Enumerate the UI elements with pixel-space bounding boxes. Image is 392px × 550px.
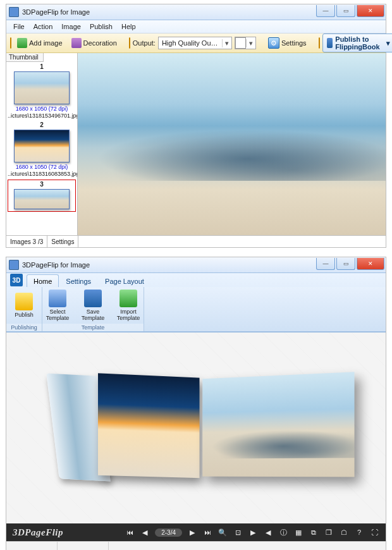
coin-icon xyxy=(319,37,320,49)
thumb-meta: 1680 x 1050 (72 dpi) xyxy=(8,164,76,171)
thumbnail-list[interactable]: 1 1680 x 1050 (72 dpi) ..ictures\1318153… xyxy=(6,62,77,235)
stage[interactable] xyxy=(6,333,386,523)
app-icon xyxy=(9,7,19,17)
button-label: Select Template xyxy=(42,309,73,321)
coin-icon xyxy=(129,37,130,49)
menubar: File Action Image Publish Help xyxy=(6,20,386,34)
sound-icon[interactable]: ◀ xyxy=(263,527,273,537)
titlebar: 3DPageFlip for Image — ▭ ✕ xyxy=(6,257,386,273)
button-label: Import Template xyxy=(113,309,144,321)
import-icon xyxy=(119,290,137,307)
last-page-icon[interactable]: ⏭ xyxy=(202,527,212,537)
decoration-button[interactable]: Decoration xyxy=(68,36,120,50)
bottom-tab[interactable] xyxy=(58,542,109,550)
status-images: Images 3 /3 xyxy=(6,236,47,247)
sidebar: Thumbnail 1 1680 x 1050 (72 dpi) ..ictur… xyxy=(6,53,78,235)
chevron-down-icon: ▾ xyxy=(386,39,390,47)
thumb-number: 2 xyxy=(8,121,76,128)
window-title: 3DPageFlip for Image xyxy=(22,8,90,16)
window-viewer: 3DPageFlip for Image — ▭ ✕ 3D Home Setti… xyxy=(6,257,386,550)
screenshot-icon[interactable]: ⧉ xyxy=(309,527,319,537)
output-label: Output: xyxy=(133,39,156,47)
thumb-image xyxy=(14,71,70,104)
save-icon xyxy=(84,290,102,307)
color-swatch xyxy=(235,37,246,49)
publish-button[interactable]: Publish xyxy=(6,291,42,320)
zoom-in-icon[interactable]: 🔍 xyxy=(217,527,228,537)
thumbs-icon[interactable]: ▦ xyxy=(293,527,303,537)
window-title: 3DPageFlip for Image xyxy=(22,261,90,269)
tab-home[interactable]: Home xyxy=(27,274,59,287)
color-select[interactable]: ▾ xyxy=(235,37,256,49)
save-template-button[interactable]: Save Template xyxy=(75,288,111,323)
menu-publish[interactable]: Publish xyxy=(85,21,117,32)
thumbnail-item-selected[interactable]: 3 xyxy=(8,180,76,212)
group-caption: Template xyxy=(42,324,144,331)
book-3d[interactable] xyxy=(57,370,335,497)
ribbon: 3D Home Settings Page Layout Publish Pub… xyxy=(6,273,386,333)
first-page-icon[interactable]: ⏮ xyxy=(125,527,135,537)
add-image-button[interactable]: Add image xyxy=(14,36,66,50)
statusbar: Images 3 /3 Settings xyxy=(6,235,386,247)
minimize-button[interactable]: — xyxy=(316,258,335,270)
close-button[interactable]: ✕ xyxy=(357,5,384,17)
menu-file[interactable]: File xyxy=(9,21,29,32)
play-icon[interactable]: ▶ xyxy=(248,527,258,537)
maximize-button[interactable]: ▭ xyxy=(336,258,355,270)
info-icon[interactable]: ⓘ xyxy=(278,527,288,537)
chevron-down-icon: ▾ xyxy=(246,39,255,47)
select-template-button[interactable]: Select Template xyxy=(40,288,75,323)
close-button[interactable]: ✕ xyxy=(357,258,384,270)
help-icon[interactable]: ? xyxy=(354,527,364,537)
ribbon-group-publishing: Publish Publishing xyxy=(6,287,42,331)
share-icon[interactable]: ❐ xyxy=(324,527,334,537)
tab-settings[interactable]: Settings xyxy=(59,274,98,287)
coin-icon xyxy=(10,37,11,49)
thumb-image xyxy=(14,189,70,209)
output-select[interactable]: High Quality Output ▾ xyxy=(158,37,232,49)
settings-button[interactable]: ⚙ Settings xyxy=(265,35,310,51)
print-icon[interactable]: ☖ xyxy=(339,527,349,537)
thumbnail-item[interactable]: 1 1680 x 1050 (72 dpi) ..ictures\1318153… xyxy=(8,63,76,119)
next-page-icon[interactable]: ▶ xyxy=(187,527,197,537)
output-value: High Quality Output xyxy=(159,39,222,47)
chevron-down-icon: ▾ xyxy=(222,39,231,47)
publish-button[interactable]: Publish to FlippingBook ▾ xyxy=(322,34,392,52)
import-template-button[interactable]: Import Template xyxy=(111,288,146,323)
decoration-icon xyxy=(71,38,82,48)
zoom-reset-icon[interactable]: ⊡ xyxy=(233,527,243,537)
button-label: Publish xyxy=(9,312,39,318)
app-menu-button[interactable]: 3D xyxy=(10,274,23,286)
thumb-number: 1 xyxy=(8,63,76,70)
page-indicator[interactable]: 2-3/4 xyxy=(155,529,182,537)
fullscreen-icon[interactable]: ⛶ xyxy=(369,527,379,537)
maximize-button[interactable]: ▭ xyxy=(336,5,355,17)
menu-help[interactable]: Help xyxy=(117,21,140,32)
titlebar: 3DPageFlip for Image — ▭ ✕ xyxy=(6,4,386,20)
bottom-tab[interactable] xyxy=(6,542,58,550)
tab-page-layout[interactable]: Page Layout xyxy=(98,274,151,287)
thumbnail-item[interactable]: 2 1680 x 1050 (72 dpi) ..ictures\1318316… xyxy=(8,121,76,177)
page-left xyxy=(98,373,200,478)
minimize-button[interactable]: — xyxy=(316,5,335,17)
menu-action[interactable]: Action xyxy=(29,21,58,32)
plus-icon xyxy=(17,38,27,48)
template-icon xyxy=(49,290,66,307)
thumb-meta: 1680 x 1050 (72 dpi) xyxy=(8,106,76,113)
prev-page-icon[interactable]: ◀ xyxy=(140,527,150,537)
thumb-image xyxy=(14,130,70,162)
preview-pane[interactable] xyxy=(78,53,386,235)
page-right xyxy=(202,372,354,477)
thumb-filename: ..ictures\1318316083853.jpg xyxy=(8,171,76,177)
bottom-tabstrip xyxy=(6,541,386,550)
sidebar-tab-thumbnail[interactable]: Thumbnail xyxy=(6,53,44,62)
gear-icon: ⚙ xyxy=(268,37,279,49)
control-bar: 3DPageFlip ⏮ ◀ 2-3/4 ▶ ⏭ 🔍 ⊡ ▶ ◀ ⓘ ▦ ⧉ ❐… xyxy=(6,523,386,541)
menu-image[interactable]: Image xyxy=(57,21,85,32)
thumb-filename: ..ictures\1318153496701.jpg xyxy=(8,113,76,119)
group-caption: Publishing xyxy=(6,324,42,331)
button-label: Save Template xyxy=(78,309,108,321)
ribbon-group-template: Select Template Save Template Import Tem… xyxy=(42,287,144,331)
decoration-label: Decoration xyxy=(83,39,117,47)
thumb-number: 3 xyxy=(9,181,75,188)
